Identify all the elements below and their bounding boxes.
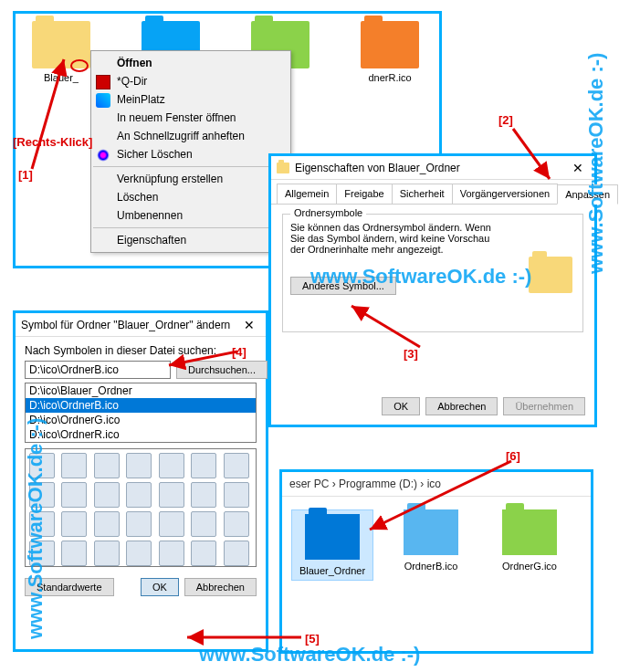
right-click-marker <box>70 59 89 72</box>
breadcrumb[interactable]: eser PC › Programme (D:) › ico <box>282 472 591 497</box>
ctx-qdir[interactable]: *Q-Dir <box>91 72 290 90</box>
dialog-title: Symbol für Ordner "Blauer_Ordner" ändern <box>21 319 230 331</box>
annotation-1: [1] <box>18 168 33 182</box>
folder-icon <box>277 163 289 173</box>
ctx-shortcut[interactable]: Verknüpfung erstellen <box>91 170 290 188</box>
watermark: www.SoftwareOK.de :-) <box>199 643 420 667</box>
dialog-buttons: OK Abbrechen Übernehmen <box>382 397 585 415</box>
icon-option[interactable] <box>159 482 184 508</box>
title-bar: Eigenschaften von Blauer_Ordner ✕ <box>271 156 594 180</box>
icon-source-dropdown[interactable]: D:\ico\Blauer_Ordner D:\ico\OrdnerB.ico … <box>25 383 257 443</box>
folder-icon <box>404 509 458 555</box>
ok-button[interactable]: OK <box>141 578 179 596</box>
icon-grid[interactable] <box>25 448 257 567</box>
folder-icon <box>502 509 557 555</box>
icon-option[interactable] <box>61 453 87 478</box>
folder-row: Blauer_Ordner OrdnerB.ico OrdnerG.ico <box>282 497 591 593</box>
icon-option[interactable] <box>61 541 87 566</box>
list-item[interactable]: D:\ico\OrdnerB.ico <box>26 398 256 413</box>
watermark: www.SoftwareOK.de :-) <box>584 53 608 274</box>
icon-option[interactable] <box>126 541 152 566</box>
annotation-rechts-klick: [Rechts-Klick] <box>13 135 92 149</box>
icon-option[interactable] <box>61 511 87 537</box>
folder-icon <box>305 514 360 560</box>
apply-button[interactable]: Übernehmen <box>503 397 585 415</box>
icon-option[interactable] <box>94 453 120 478</box>
icon-option[interactable] <box>224 453 249 478</box>
folder-thumb[interactable]: dnerR.ico <box>353 21 426 83</box>
icon-option[interactable] <box>94 511 120 537</box>
icon-option[interactable] <box>191 511 216 537</box>
folder-label: Blauer_ <box>44 72 79 83</box>
properties-dialog: Eigenschaften von Blauer_Ordner ✕ Allgem… <box>268 153 597 427</box>
ctx-open[interactable]: Öffnen <box>91 54 290 72</box>
ctx-new-window[interactable]: In neuem Fenster öffnen <box>91 109 290 127</box>
tab-strip: Allgemein Freigabe Sicherheit Vorgängerv… <box>271 180 594 205</box>
icon-option[interactable] <box>191 482 216 508</box>
group-text: Sie können das Ordnersymbol ändern. Wenn… <box>290 222 500 255</box>
search-label: Nach Symbolen in dieser Datei suchen: <box>25 344 257 357</box>
icon-option[interactable] <box>94 541 120 566</box>
watermark: www.SoftwareOK.de :-) <box>310 265 531 289</box>
separator <box>93 166 289 167</box>
folder-label: dnerR.ico <box>368 72 411 83</box>
meinplatz-icon <box>96 93 110 108</box>
ctx-delete[interactable]: Löschen <box>91 188 290 206</box>
ctx-secure-delete[interactable]: Sicher Löschen <box>91 145 290 163</box>
group-legend: Ordnersymbole <box>290 207 366 218</box>
browse-button[interactable]: Durchsuchen... <box>176 361 268 379</box>
icon-option[interactable] <box>126 482 152 508</box>
list-item[interactable]: D:\ico\OrdnerG.ico <box>26 413 256 427</box>
list-item[interactable]: D:\ico\Blauer_Ordner <box>26 383 256 398</box>
icon-option[interactable] <box>159 511 184 537</box>
annotation-6: [6] <box>506 449 520 463</box>
qdir-icon <box>96 75 110 89</box>
icon-option[interactable] <box>126 511 152 537</box>
icon-option[interactable] <box>159 453 184 478</box>
list-item[interactable]: D:\ico\OrdnerR.ico <box>26 427 256 442</box>
icon-option[interactable] <box>191 541 216 566</box>
cancel-button[interactable]: Abbrechen <box>184 578 257 596</box>
icon-option[interactable] <box>191 453 216 478</box>
secure-delete-icon <box>96 148 110 163</box>
folder-label: OrdnerG.ico <box>502 561 557 572</box>
folder-thumb[interactable]: Blauer_Ordner <box>291 509 373 581</box>
separator <box>93 227 289 228</box>
annotation-3: [3] <box>404 347 418 361</box>
change-icon-dialog: Symbol für Ordner "Blauer_Ordner" ändern… <box>13 310 268 652</box>
icon-option[interactable] <box>224 541 249 566</box>
folder-label: OrdnerB.ico <box>404 561 458 572</box>
context-menu: Öffnen *Q-Dir MeinPlatz In neuem Fenster… <box>90 50 291 253</box>
icon-option[interactable] <box>94 482 120 508</box>
title-bar: Symbol für Ordner "Blauer_Ordner" ändern… <box>16 313 266 337</box>
ctx-rename[interactable]: Umbenennen <box>91 206 290 225</box>
icon-option[interactable] <box>224 482 249 508</box>
ok-button[interactable]: OK <box>382 397 420 415</box>
ctx-meinplatz[interactable]: MeinPlatz <box>91 90 290 109</box>
tab-allgemein[interactable]: Allgemein <box>277 184 337 204</box>
icon-option[interactable] <box>159 541 184 566</box>
cancel-button[interactable]: Abbrechen <box>425 397 498 415</box>
folder-thumb[interactable]: OrdnerB.ico <box>390 509 472 581</box>
folder-icon <box>361 21 419 68</box>
tab-vorgaenger[interactable]: Vorgängerversionen <box>452 184 558 204</box>
icon-option[interactable] <box>126 453 152 478</box>
watermark: www.SoftwareOK.de :-) <box>24 418 47 639</box>
icon-option[interactable] <box>61 482 87 508</box>
close-button[interactable]: ✕ <box>238 318 260 332</box>
dialog-title: Eigenschaften von Blauer_Ordner <box>295 162 460 174</box>
tab-sicherheit[interactable]: Sicherheit <box>392 184 453 204</box>
annotation-4: [4] <box>232 345 247 359</box>
annotation-2: [2] <box>498 113 513 127</box>
folder-preview-icon <box>529 257 572 293</box>
icon-option[interactable] <box>224 511 249 537</box>
explorer-panel-result: eser PC › Programme (D:) › ico Blauer_Or… <box>279 469 593 654</box>
folder-label: Blauer_Ordner <box>299 565 365 576</box>
folder-thumb[interactable]: Blauer_ <box>25 21 98 83</box>
icon-path-input[interactable] <box>25 361 171 379</box>
folder-thumb[interactable]: OrdnerG.ico <box>488 509 571 581</box>
ctx-pin[interactable]: An Schnellzugriff anheften <box>91 127 290 145</box>
tab-freigabe[interactable]: Freigabe <box>336 184 392 204</box>
ctx-properties[interactable]: Eigenschaften <box>91 231 290 249</box>
